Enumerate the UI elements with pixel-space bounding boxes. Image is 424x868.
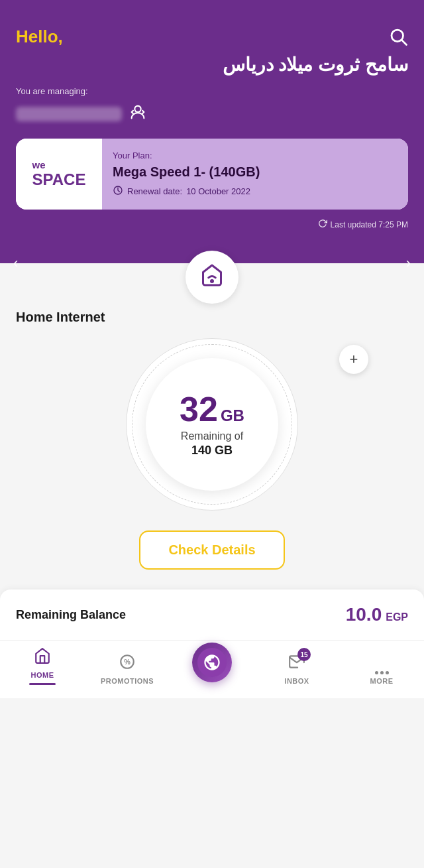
plan-card: we SPACE Your Plan: Mega Speed 1- (140GB… bbox=[16, 139, 408, 210]
we-space-logo: we SPACE bbox=[32, 160, 86, 188]
data-circle-inner: 32 GB Remaining of 140 GB bbox=[146, 358, 278, 491]
home-active-indicator bbox=[29, 683, 56, 685]
section-title: Home Internet bbox=[16, 310, 408, 325]
nav-promotions[interactable]: % PROMOTIONS bbox=[85, 653, 170, 685]
promotions-nav-label: PROMOTIONS bbox=[101, 677, 154, 685]
support-bubble bbox=[192, 643, 232, 682]
home-nav-icon bbox=[34, 647, 51, 668]
nav-home[interactable]: HOME bbox=[0, 647, 85, 685]
promotions-nav-icon: % bbox=[119, 653, 136, 674]
home-wifi-icon bbox=[200, 263, 224, 292]
last-updated: Last updated 7:25 PM bbox=[16, 219, 408, 237]
header-top-row: Hello, bbox=[16, 27, 408, 48]
support-bubble-inner bbox=[197, 648, 227, 677]
renewal-date: 10 October 2022 bbox=[186, 186, 250, 196]
search-icon bbox=[388, 27, 408, 46]
account-number bbox=[16, 107, 122, 121]
data-circle-outer: 32 GB Remaining of 140 GB bbox=[126, 338, 298, 511]
nav-more[interactable]: MORE bbox=[339, 671, 424, 685]
svg-point-2 bbox=[134, 106, 140, 112]
switch-account-icon[interactable] bbox=[129, 103, 147, 125]
nav-next-button[interactable]: › bbox=[406, 255, 411, 272]
data-remaining-number: 32 GB bbox=[180, 392, 244, 426]
renewal-icon bbox=[113, 185, 123, 198]
user-name: سامح ثروت ميلاد درياس bbox=[16, 54, 408, 76]
managing-label: You are managing: bbox=[16, 86, 408, 96]
renewal-label: Renewal date: bbox=[127, 186, 182, 196]
nav-bump-container: ‹ › bbox=[0, 237, 424, 296]
your-plan-label: Your Plan: bbox=[113, 151, 398, 160]
bottom-nav: HOME % PROMOTIONS bbox=[0, 640, 424, 698]
more-nav-label: MORE bbox=[370, 677, 394, 685]
nav-inbox[interactable]: 15 INBOX bbox=[254, 653, 339, 685]
main-content: Home Internet 32 GB Remaining of 140 GB … bbox=[0, 296, 424, 570]
inbox-badge-wrapper: 15 bbox=[288, 653, 305, 674]
balance-amount: 10.0 EGP bbox=[346, 604, 408, 625]
nav-home-circle[interactable] bbox=[186, 251, 238, 304]
total-data: 140 GB bbox=[191, 444, 233, 458]
remaining-of-label: Remaining of bbox=[181, 430, 243, 442]
nav-prev-button[interactable]: ‹ bbox=[13, 255, 18, 272]
plan-card-info: Your Plan: Mega Speed 1- (140GB) Renewal… bbox=[102, 139, 408, 210]
check-details-button[interactable]: Check Details bbox=[139, 530, 285, 570]
plan-name: Mega Speed 1- (140GB) bbox=[113, 164, 398, 180]
svg-text:%: % bbox=[124, 658, 131, 666]
account-row bbox=[16, 103, 408, 125]
refresh-icon bbox=[318, 219, 327, 230]
inbox-nav-label: INBOX bbox=[284, 677, 309, 685]
balance-card: Remaining Balance 10.0 EGP bbox=[0, 589, 424, 640]
home-nav-label: HOME bbox=[31, 671, 54, 679]
svg-point-4 bbox=[211, 280, 213, 282]
balance-value: 10.0 bbox=[346, 604, 382, 625]
header-section: Hello, سامح ثروت ميلاد درياس You are man… bbox=[0, 0, 424, 237]
plan-card-logo: we SPACE bbox=[16, 139, 102, 210]
data-circle-wrapper: 32 GB Remaining of 140 GB + bbox=[16, 338, 408, 511]
svg-line-1 bbox=[402, 40, 407, 45]
add-data-button[interactable]: + bbox=[339, 345, 368, 374]
more-dots-icon bbox=[375, 671, 389, 674]
balance-currency: EGP bbox=[386, 611, 408, 623]
hello-label: Hello, bbox=[16, 27, 63, 47]
search-button[interactable] bbox=[388, 27, 408, 48]
nav-support[interactable] bbox=[170, 662, 254, 685]
inbox-badge-count: 15 bbox=[297, 648, 311, 661]
renewal-row: Renewal date: 10 October 2022 bbox=[113, 185, 398, 198]
last-updated-text: Last updated 7:25 PM bbox=[331, 220, 408, 229]
balance-label: Remaining Balance bbox=[16, 608, 126, 622]
